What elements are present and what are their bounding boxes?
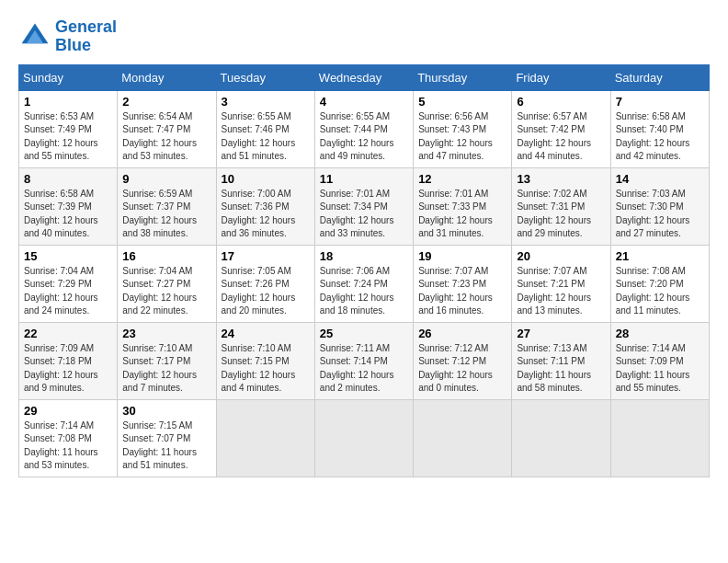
day-number: 20: [517, 249, 605, 263]
calendar-cell: 10 Sunrise: 7:00 AMSunset: 7:36 PMDaylig…: [216, 167, 314, 245]
calendar-cell: 25 Sunrise: 7:11 AMSunset: 7:14 PMDaylig…: [314, 322, 413, 399]
calendar-cell: 12 Sunrise: 7:01 AMSunset: 7:33 PMDaylig…: [414, 167, 512, 245]
day-number: 14: [616, 172, 704, 186]
calendar-cell: 23 Sunrise: 7:10 AMSunset: 7:17 PMDaylig…: [118, 322, 216, 399]
day-number: 5: [418, 95, 506, 109]
day-info: Sunrise: 7:01 AMSunset: 7:33 PMDaylight:…: [418, 189, 493, 239]
calendar-cell: 6 Sunrise: 6:57 AMSunset: 7:42 PMDayligh…: [512, 90, 610, 167]
day-info: Sunrise: 7:09 AMSunset: 7:18 PMDaylight:…: [24, 343, 98, 394]
calendar-cell: 7 Sunrise: 6:58 AMSunset: 7:40 PMDayligh…: [610, 90, 709, 167]
day-number: 1: [24, 95, 112, 109]
day-info: Sunrise: 7:04 AMSunset: 7:29 PMDaylight:…: [24, 266, 98, 316]
day-info: Sunrise: 6:54 AMSunset: 7:47 PMDaylight:…: [122, 111, 197, 162]
day-info: Sunrise: 6:59 AMSunset: 7:37 PMDaylight:…: [122, 189, 197, 239]
calendar-cell: 22 Sunrise: 7:09 AMSunset: 7:18 PMDaylig…: [19, 322, 118, 399]
calendar-week-row: 29 Sunrise: 7:14 AMSunset: 7:08 PMDaylig…: [19, 399, 710, 477]
day-number: 23: [122, 327, 210, 340]
calendar-cell: 5 Sunrise: 6:56 AMSunset: 7:43 PMDayligh…: [414, 90, 512, 167]
day-info: Sunrise: 7:03 AMSunset: 7:30 PMDaylight:…: [616, 189, 690, 239]
day-info: Sunrise: 7:10 AMSunset: 7:17 PMDaylight:…: [122, 343, 197, 394]
day-info: Sunrise: 7:05 AMSunset: 7:26 PMDaylight:…: [222, 266, 296, 316]
day-number: 12: [418, 172, 506, 186]
day-number: 22: [24, 327, 112, 340]
calendar-cell: 19 Sunrise: 7:07 AMSunset: 7:23 PMDaylig…: [414, 245, 512, 322]
calendar-table: SundayMondayTuesdayWednesdayThursdayFrid…: [18, 64, 710, 477]
calendar-cell: 11 Sunrise: 7:01 AMSunset: 7:34 PMDaylig…: [314, 167, 413, 245]
day-number: 28: [616, 327, 704, 340]
calendar-week-row: 8 Sunrise: 6:58 AMSunset: 7:39 PMDayligh…: [19, 167, 710, 245]
day-number: 30: [122, 404, 210, 418]
day-number: 27: [517, 327, 605, 340]
day-number: 25: [320, 327, 408, 340]
day-info: Sunrise: 7:10 AMSunset: 7:15 PMDaylight:…: [222, 343, 296, 394]
calendar-cell: 17 Sunrise: 7:05 AMSunset: 7:26 PMDaylig…: [216, 245, 314, 322]
calendar-week-row: 1 Sunrise: 6:53 AMSunset: 7:49 PMDayligh…: [19, 90, 710, 167]
day-number: 6: [517, 95, 605, 109]
day-info: Sunrise: 7:14 AMSunset: 7:09 PMDaylight:…: [616, 343, 690, 394]
logo-icon: [18, 20, 51, 53]
day-number: 3: [222, 95, 310, 109]
day-info: Sunrise: 6:58 AMSunset: 7:40 PMDaylight:…: [616, 111, 690, 162]
day-info: Sunrise: 7:12 AMSunset: 7:12 PMDaylight:…: [418, 343, 493, 394]
calendar-cell: 8 Sunrise: 6:58 AMSunset: 7:39 PMDayligh…: [19, 167, 118, 245]
calendar-cell: [610, 399, 709, 477]
day-number: 9: [122, 172, 210, 186]
day-info: Sunrise: 7:04 AMSunset: 7:27 PMDaylight:…: [122, 266, 197, 316]
day-info: Sunrise: 6:57 AMSunset: 7:42 PMDaylight:…: [517, 111, 591, 162]
calendar-day-header: Sunday: [19, 64, 118, 90]
calendar-day-header: Friday: [512, 64, 610, 90]
calendar-week-row: 22 Sunrise: 7:09 AMSunset: 7:18 PMDaylig…: [19, 322, 710, 399]
day-number: 24: [222, 327, 310, 340]
day-number: 11: [320, 172, 408, 186]
day-info: Sunrise: 7:11 AMSunset: 7:14 PMDaylight:…: [320, 343, 394, 394]
calendar-cell: 14 Sunrise: 7:03 AMSunset: 7:30 PMDaylig…: [610, 167, 709, 245]
day-number: 4: [320, 95, 408, 109]
logo-text: General Blue: [55, 18, 117, 55]
day-number: 21: [616, 249, 704, 263]
calendar-cell: 16 Sunrise: 7:04 AMSunset: 7:27 PMDaylig…: [118, 245, 216, 322]
logo: General Blue: [18, 18, 117, 55]
day-number: 15: [24, 249, 112, 263]
day-info: Sunrise: 7:02 AMSunset: 7:31 PMDaylight:…: [517, 189, 591, 239]
calendar-cell: 21 Sunrise: 7:08 AMSunset: 7:20 PMDaylig…: [610, 245, 709, 322]
day-number: 26: [418, 327, 506, 340]
calendar-cell: 29 Sunrise: 7:14 AMSunset: 7:08 PMDaylig…: [19, 399, 118, 477]
calendar-cell: [512, 399, 610, 477]
day-info: Sunrise: 6:56 AMSunset: 7:43 PMDaylight:…: [418, 111, 493, 162]
calendar-cell: 30 Sunrise: 7:15 AMSunset: 7:07 PMDaylig…: [118, 399, 216, 477]
day-number: 2: [122, 95, 210, 109]
calendar-cell: 13 Sunrise: 7:02 AMSunset: 7:31 PMDaylig…: [512, 167, 610, 245]
calendar-cell: 27 Sunrise: 7:13 AMSunset: 7:11 PMDaylig…: [512, 322, 610, 399]
calendar-cell: 26 Sunrise: 7:12 AMSunset: 7:12 PMDaylig…: [414, 322, 512, 399]
calendar-day-header: Thursday: [414, 64, 512, 90]
calendar-header-row: SundayMondayTuesdayWednesdayThursdayFrid…: [19, 64, 710, 90]
day-number: 13: [517, 172, 605, 186]
day-info: Sunrise: 7:06 AMSunset: 7:24 PMDaylight:…: [320, 266, 394, 316]
calendar-day-header: Saturday: [610, 64, 709, 90]
day-number: 29: [24, 404, 112, 418]
day-info: Sunrise: 7:00 AMSunset: 7:36 PMDaylight:…: [222, 189, 296, 239]
calendar-body: 1 Sunrise: 6:53 AMSunset: 7:49 PMDayligh…: [19, 90, 710, 477]
calendar-cell: [314, 399, 413, 477]
day-number: 18: [320, 249, 408, 263]
calendar-cell: 24 Sunrise: 7:10 AMSunset: 7:15 PMDaylig…: [216, 322, 314, 399]
day-info: Sunrise: 7:15 AMSunset: 7:07 PMDaylight:…: [122, 420, 197, 471]
calendar-cell: [414, 399, 512, 477]
day-info: Sunrise: 6:58 AMSunset: 7:39 PMDaylight:…: [24, 189, 98, 239]
calendar-cell: 18 Sunrise: 7:06 AMSunset: 7:24 PMDaylig…: [314, 245, 413, 322]
calendar-cell: 3 Sunrise: 6:55 AMSunset: 7:46 PMDayligh…: [216, 90, 314, 167]
day-number: 8: [24, 172, 112, 186]
day-number: 19: [418, 249, 506, 263]
day-info: Sunrise: 6:55 AMSunset: 7:44 PMDaylight:…: [320, 111, 394, 162]
day-number: 7: [616, 95, 704, 109]
calendar-week-row: 15 Sunrise: 7:04 AMSunset: 7:29 PMDaylig…: [19, 245, 710, 322]
calendar-cell: 4 Sunrise: 6:55 AMSunset: 7:44 PMDayligh…: [314, 90, 413, 167]
day-info: Sunrise: 7:08 AMSunset: 7:20 PMDaylight:…: [616, 266, 690, 316]
day-info: Sunrise: 7:13 AMSunset: 7:11 PMDaylight:…: [517, 343, 591, 394]
calendar-cell: 28 Sunrise: 7:14 AMSunset: 7:09 PMDaylig…: [610, 322, 709, 399]
calendar-cell: 9 Sunrise: 6:59 AMSunset: 7:37 PMDayligh…: [118, 167, 216, 245]
calendar-day-header: Wednesday: [314, 64, 413, 90]
day-info: Sunrise: 7:01 AMSunset: 7:34 PMDaylight:…: [320, 189, 394, 239]
day-info: Sunrise: 7:07 AMSunset: 7:21 PMDaylight:…: [517, 266, 591, 316]
calendar-day-header: Monday: [118, 64, 216, 90]
